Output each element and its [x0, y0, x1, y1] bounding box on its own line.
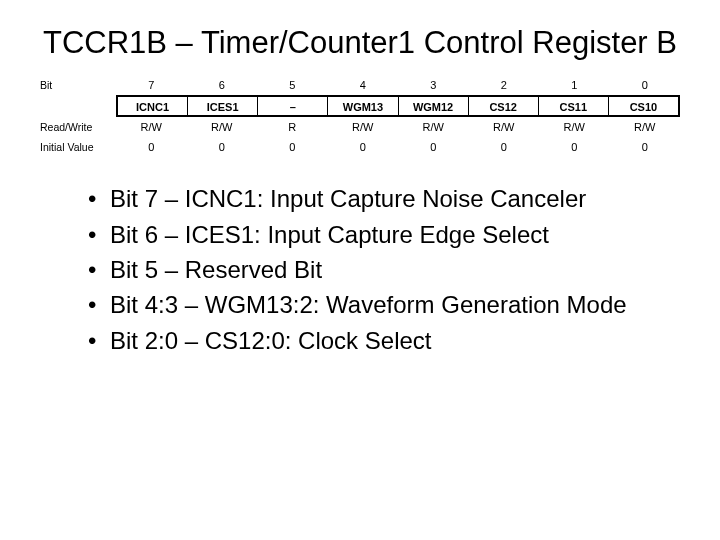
rw-cell: R/W	[610, 121, 681, 133]
init-cell: 0	[257, 141, 328, 153]
bullet-list: Bit 7 – ICNC1: Input Capture Noise Cance…	[40, 183, 680, 357]
bit-number: 4	[328, 79, 399, 91]
bit-name-cell: CS10	[609, 97, 678, 115]
rw-row-label: Read/Write	[40, 121, 116, 133]
init-cell: 0	[398, 141, 469, 153]
bit-number: 7	[116, 79, 187, 91]
bit-name-row-spacer	[40, 95, 116, 117]
bit-name-cell: –	[258, 97, 328, 115]
initial-value-row: Initial Value 0 0 0 0 0 0 0 0	[40, 137, 680, 157]
bit-row-label: Bit	[40, 79, 116, 91]
bullet-item: Bit 7 – ICNC1: Input Capture Noise Cance…	[88, 183, 680, 215]
init-cell: 0	[610, 141, 681, 153]
bit-number: 2	[469, 79, 540, 91]
slide-title: TCCR1B – Timer/Counter1 Control Register…	[40, 24, 680, 61]
rw-cell: R/W	[187, 121, 258, 133]
read-write-row: Read/Write R/W R/W R R/W R/W R/W R/W R/W	[40, 117, 680, 137]
rw-cell: R/W	[116, 121, 187, 133]
rw-cell: R/W	[398, 121, 469, 133]
init-cell: 0	[469, 141, 540, 153]
bit-name-cell: CS12	[469, 97, 539, 115]
bit-name-cell: ICES1	[188, 97, 258, 115]
bullet-item: Bit 5 – Reserved Bit	[88, 254, 680, 286]
init-cell: 0	[187, 141, 258, 153]
bit-number: 6	[187, 79, 258, 91]
bit-number: 1	[539, 79, 610, 91]
bullet-item: Bit 4:3 – WGM13:2: Waveform Generation M…	[88, 289, 680, 321]
bullet-item: Bit 6 – ICES1: Input Capture Edge Select	[88, 219, 680, 251]
bit-number-row: Bit 7 6 5 4 3 2 1 0	[40, 75, 680, 95]
init-cell: 0	[539, 141, 610, 153]
rw-cell: R/W	[469, 121, 540, 133]
init-cell: 0	[328, 141, 399, 153]
bullet-item: Bit 2:0 – CS12:0: Clock Select	[88, 325, 680, 357]
init-cell: 0	[116, 141, 187, 153]
bit-name-cell: WGM12	[399, 97, 469, 115]
bit-name-cell: ICNC1	[118, 97, 188, 115]
register-diagram: Bit 7 6 5 4 3 2 1 0 ICNC1 ICES1 – WGM13 …	[40, 75, 680, 157]
bit-name-row: ICNC1 ICES1 – WGM13 WGM12 CS12 CS11 CS10	[40, 95, 680, 117]
bit-number: 5	[257, 79, 328, 91]
rw-cell: R/W	[328, 121, 399, 133]
init-row-label: Initial Value	[40, 141, 116, 153]
bit-number: 0	[610, 79, 681, 91]
rw-cell: R/W	[539, 121, 610, 133]
bit-number: 3	[398, 79, 469, 91]
rw-cell: R	[257, 121, 328, 133]
bit-name-cell: WGM13	[328, 97, 398, 115]
bit-name-cell: CS11	[539, 97, 609, 115]
